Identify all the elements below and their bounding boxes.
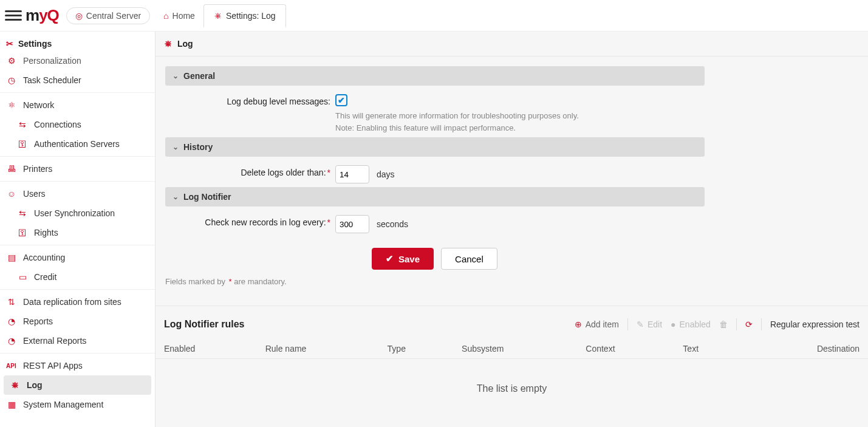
debug-label: Log debug level messages: — [165, 94, 335, 106]
sidebar-item-label: System Management — [23, 400, 103, 409]
trash-icon: 🗑 — [719, 319, 728, 329]
sidebar-item-label: Network — [23, 100, 54, 110]
check-label: Check new records in log every:* — [165, 215, 335, 227]
tab-home[interactable]: ⌂ Home — [155, 5, 203, 27]
clock-icon: ◷ — [6, 75, 17, 85]
network-icon: ⚛ — [6, 100, 17, 110]
rules-table: EnabledRule nameTypeSubsystemContextText… — [155, 339, 868, 359]
sidebar-item-system-management[interactable]: ▦System Management — [0, 395, 155, 414]
sidebar-item-label: Users — [23, 189, 46, 199]
sidebar-item-label: Authentication Servers — [34, 139, 120, 149]
active-tab-label: Settings: Log — [226, 11, 276, 21]
credit-icon: ▭ — [17, 272, 28, 282]
col-destination: Destination — [743, 339, 868, 359]
col-enabled: Enabled — [155, 339, 257, 359]
sidebar-item-personalization[interactable]: ⚙Personalization — [0, 56, 155, 70]
debug-checkbox[interactable]: ✔ — [335, 94, 347, 106]
sidebar-item-task-scheduler[interactable]: ◷Task Scheduler — [0, 70, 155, 90]
sidebar-item-user-synchronization[interactable]: ⇆User Synchronization — [0, 203, 155, 223]
sidebar-item-printers[interactable]: 🖶Printers — [0, 159, 155, 179]
check-seconds-input[interactable] — [335, 215, 369, 233]
sysmgmt-icon: ▦ — [6, 400, 17, 409]
sidebar-item-label: Data replication from sites — [23, 297, 121, 307]
log-page-icon: ⛯ — [164, 39, 173, 49]
sidebar-item-label: Reports — [23, 316, 53, 326]
tab-settings-log[interactable]: ⛯ Settings: Log — [203, 4, 286, 28]
col-context: Context — [577, 339, 674, 359]
dot-icon: ● — [671, 319, 675, 329]
auth-icon: ⚿ — [17, 139, 28, 149]
sidebar-item-reports[interactable]: ◔Reports — [0, 312, 155, 331]
regex-test-button[interactable]: Regular expression test — [770, 319, 859, 329]
section-general[interactable]: ⌄ General — [165, 66, 705, 86]
debug-help2: Note: Enabling this feature will impact … — [335, 122, 705, 134]
section-notifier[interactable]: ⌄ Log Notifier — [165, 187, 705, 207]
sidebar-item-rights[interactable]: ⚿Rights — [0, 223, 155, 242]
sidebar-item-rest-api-apps[interactable]: APIREST API Apps — [0, 356, 155, 375]
rules-toolbar: ⊕Add item ✎Edit ●Enabled 🗑 ⟳ Regular exp… — [575, 318, 859, 330]
sidebar-item-label: Personalization — [23, 56, 81, 66]
col-type: Type — [379, 339, 454, 359]
sidebar-item-label: External Reports — [23, 336, 86, 346]
col-rule-name: Rule name — [257, 339, 379, 359]
hamburger-menu-icon[interactable] — [5, 7, 22, 24]
usersync-icon: ⇆ — [17, 208, 28, 218]
rules-title: Log Notifier rules — [164, 319, 244, 330]
connections-icon: ⇆ — [17, 120, 28, 129]
sidebar-title: ✂ Settings — [0, 32, 155, 56]
settings-tab-icon: ⛯ — [214, 11, 222, 21]
sidebar-item-network[interactable]: ⚛Network — [0, 95, 155, 115]
sidebar-item-connections[interactable]: ⇆Connections — [0, 115, 155, 134]
sidebar-item-label: Rights — [34, 228, 58, 237]
location-icon: ◎ — [75, 11, 83, 21]
sidebar-item-authentication-servers[interactable]: ⚿Authentication Servers — [0, 134, 155, 154]
pencil-icon: ✎ — [637, 319, 644, 329]
page-title: ⛯ Log — [155, 32, 868, 56]
replication-icon: ⇅ — [6, 297, 17, 307]
section-history[interactable]: ⌄ History — [165, 137, 705, 157]
sidebar-item-external-reports[interactable]: ◔External Reports — [0, 331, 155, 350]
rights-icon: ⚿ — [17, 228, 28, 237]
reports-icon: ◔ — [6, 316, 17, 326]
cancel-button[interactable]: Cancel — [441, 248, 497, 270]
sidebar-item-users[interactable]: ☺Users — [0, 184, 155, 203]
delete-button: 🗑 — [719, 319, 728, 329]
home-label: Home — [173, 11, 195, 21]
personalization-icon: ⚙ — [6, 56, 17, 66]
check-icon: ✔ — [386, 253, 394, 264]
logo: myQ — [26, 6, 59, 25]
save-button[interactable]: ✔ Save — [372, 248, 434, 270]
check-unit: seconds — [377, 219, 408, 229]
refresh-button[interactable]: ⟳ — [745, 319, 753, 329]
add-item-button[interactable]: ⊕Add item — [575, 319, 619, 329]
api-icon: API — [6, 363, 17, 369]
sidebar-item-label: User Synchronization — [34, 208, 115, 218]
server-selector[interactable]: ◎ Central Server — [66, 7, 150, 24]
user-icon: ☺ — [6, 189, 17, 199]
debug-help1: This will generate more information for … — [335, 110, 705, 122]
sidebar-item-accounting[interactable]: ▤Accounting — [0, 248, 155, 267]
printer-icon: 🖶 — [6, 164, 17, 174]
sidebar-item-label: REST API Apps — [23, 361, 83, 371]
settings-icon: ✂ — [6, 39, 13, 49]
col-subsystem: Subsystem — [453, 339, 577, 359]
sidebar-item-data-replication-from-sites[interactable]: ⇅Data replication from sites — [0, 292, 155, 312]
chevron-down-icon: ⌄ — [173, 143, 179, 151]
col-text: Text — [674, 339, 743, 359]
enabled-button: ●Enabled — [671, 319, 711, 329]
edit-button: ✎Edit — [637, 319, 662, 329]
sidebar-item-log[interactable]: ⛯Log — [4, 375, 151, 395]
main-panel: ⛯ Log ⌄ General Log debug level messages… — [155, 32, 868, 427]
delete-label: Delete logs older than:* — [165, 165, 335, 177]
delete-unit: days — [377, 169, 395, 179]
log-icon: ⛯ — [10, 380, 21, 390]
topbar: myQ ◎ Central Server ⌂ Home ⛯ Settings: … — [0, 0, 868, 32]
sidebar-item-label: Credit — [34, 272, 56, 282]
empty-state: The list is empty — [155, 359, 868, 418]
delete-days-input[interactable] — [335, 165, 369, 183]
sidebar-item-credit[interactable]: ▭Credit — [0, 267, 155, 287]
sidebar-item-label: Printers — [23, 164, 52, 174]
sidebar-item-label: Log — [27, 380, 43, 390]
chevron-down-icon: ⌄ — [173, 72, 179, 80]
refresh-icon: ⟳ — [745, 319, 753, 329]
